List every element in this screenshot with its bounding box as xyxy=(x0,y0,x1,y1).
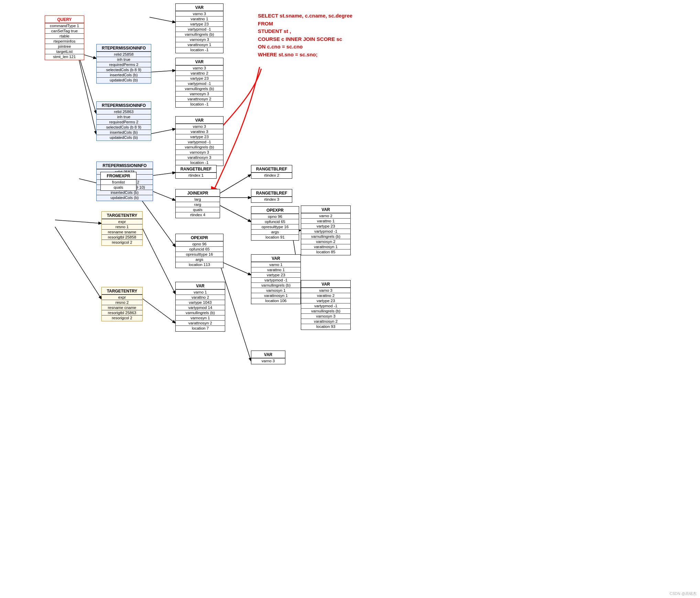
joinexpr-title: JOINEXPR xyxy=(176,190,220,197)
rteperm2-title: RTEPERMISSIONINFO xyxy=(97,102,151,109)
joinexpr-box: JOINEXPR larg rarg quals rtindex 4 xyxy=(175,189,220,218)
rteperm2-row-4: insertedCols (b) xyxy=(97,130,151,135)
rteperm2-row-0: relid 25863 xyxy=(97,109,151,114)
rangetblref1-title: RANGETBLREF xyxy=(176,166,216,173)
var1-box: VAR varno 3 varattno 1 vartype 23 vartyp… xyxy=(175,3,223,53)
rteperm1-row-0: relid 25858 xyxy=(97,52,151,57)
rteperm1-row-2: requiredPerms 2 xyxy=(97,62,151,67)
sql-annotation: SELECT st.sname, c.cname, sc.degree FROM… xyxy=(258,12,352,58)
query-row-5: targetList xyxy=(45,49,84,54)
var-cname-box: VAR varno 1 varattno 1 vartype 23 vartyp… xyxy=(251,254,301,304)
rteperm1-row-4: insertedCols (b) xyxy=(97,72,151,77)
var2-box: VAR varno 3 varattno 2 vartype 23 vartyp… xyxy=(175,58,223,108)
var-r85-box: VAR varno 2 varattno 1 vartype 23 vartyp… xyxy=(301,206,351,255)
fromexpr-box: FROMEXPR fromlist quals xyxy=(100,172,136,191)
rteperm2-box: RTEPERMISSIONINFO relid 25863 inh true r… xyxy=(96,101,151,141)
sql-line1: SELECT st.sname, c.cname, sc.degree xyxy=(258,13,352,19)
rangetblref3-title: RANGETBLREF xyxy=(251,190,292,197)
var1-title: VAR xyxy=(176,4,223,11)
opexpr-main-title: OPEXPR xyxy=(176,235,223,241)
query-title: QUERY xyxy=(45,16,84,23)
rteperm3-row-5: updatedCols (b) xyxy=(97,195,153,200)
opexpr-quals-box: OPEXPR opno 96 opfuncid 65 opresulttype … xyxy=(251,206,299,241)
rteperm1-row-5: updatedCols (b) xyxy=(97,77,151,82)
diagram-container: SELECT st.sname, c.cname, sc.degree FROM… xyxy=(0,0,700,598)
query-row-4: jointree xyxy=(45,44,84,49)
sql-line2: FROM xyxy=(258,21,273,26)
rteperm2-row-5: updatedCols (b) xyxy=(97,135,151,140)
query-box: QUERY commandType 1 canSetTag true rtabl… xyxy=(45,15,84,60)
query-row-2: rtable xyxy=(45,33,84,38)
rteperm2-row-3: selectedCols (b 8 9) xyxy=(97,124,151,130)
rteperm1-title: RTEPERMISSIONINFO xyxy=(97,45,151,52)
var3-box: VAR varno 3 varattno 3 vartype 23 vartyp… xyxy=(175,116,223,166)
query-row-0: commandType 1 xyxy=(45,23,84,28)
rangetblref1-box: RANGETBLREF rtindex 1 xyxy=(175,165,217,179)
var-bottom-title: VAR xyxy=(251,352,285,358)
rteperm1-box: RTEPERMISSIONINFO relid 25858 inh true r… xyxy=(96,44,151,84)
rteperm1-row-3: selectedCols (b 8 9) xyxy=(97,67,151,72)
watermark: CSDN @高铭杰 xyxy=(670,591,697,596)
opexpr-quals-title: OPEXPR xyxy=(251,207,299,214)
rteperm1-row-1: inh true xyxy=(97,57,151,62)
sql-line4: COURSE c INNER JOIN SCORE sc xyxy=(258,36,342,42)
rteperm2-row-2: requiredPerms 2 xyxy=(97,119,151,124)
var-r93-box: VAR varno 3 varattno 2 vartype 23 vartyp… xyxy=(301,280,351,330)
var-r85-title: VAR xyxy=(301,207,350,213)
var-sname-box: VAR varno 1 varattno 2 vartype 1043 vart… xyxy=(175,282,225,332)
sql-line5: ON c.cno = sc.cno xyxy=(258,44,303,49)
var-r93-title: VAR xyxy=(301,281,350,288)
rangetblref2-box: RANGETBLREF rtindex 2 xyxy=(251,165,292,179)
var-bottom-box: VAR varno 3 xyxy=(251,351,285,364)
var-cname-title: VAR xyxy=(251,255,300,262)
targetentry1-box: TARGETENTRY expr resno 1 resname sname r… xyxy=(101,211,143,246)
sql-line6: WHERE st.sno = sc.sno; xyxy=(258,52,318,57)
fromexpr-title: FROMEXPR xyxy=(101,173,136,179)
var2-title: VAR xyxy=(176,59,223,65)
targetentry2-title: TARGETENTRY xyxy=(102,288,142,295)
query-row-6: stmt_len 121 xyxy=(45,54,84,59)
query-row-1: canSetTag true xyxy=(45,28,84,33)
opexpr-main-box: OPEXPR opno 96 opfuncid 65 opresulttype … xyxy=(175,234,223,268)
rteperm2-row-1: inh true xyxy=(97,114,151,119)
var3-title: VAR xyxy=(176,117,223,124)
rangetblref2-title: RANGETBLREF xyxy=(251,166,292,173)
query-row-3: rteperminfos xyxy=(45,38,84,44)
rangetblref3-box: RANGETBLREF rtindex 3 xyxy=(251,189,292,203)
sql-line3: STUDENT st , xyxy=(258,28,291,34)
targetentry2-box: TARGETENTRY expr resno 2 resname cname r… xyxy=(101,287,143,321)
targetentry1-title: TARGETENTRY xyxy=(102,212,142,219)
var-sname-title: VAR xyxy=(176,283,225,289)
rteperm3-title: RTEPERMISSIONINFO xyxy=(97,163,153,169)
